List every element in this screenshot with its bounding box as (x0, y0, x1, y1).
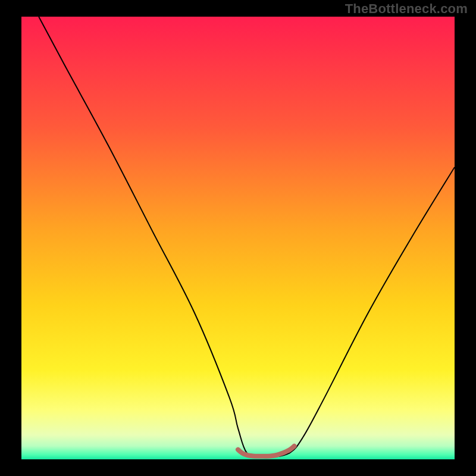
watermark-text: TheBottleneck.com (345, 1, 468, 17)
chart-svg (21, 17, 455, 459)
chart-frame: TheBottleneck.com (0, 0, 476, 476)
gradient-background (21, 17, 455, 459)
plot-area (21, 17, 455, 459)
